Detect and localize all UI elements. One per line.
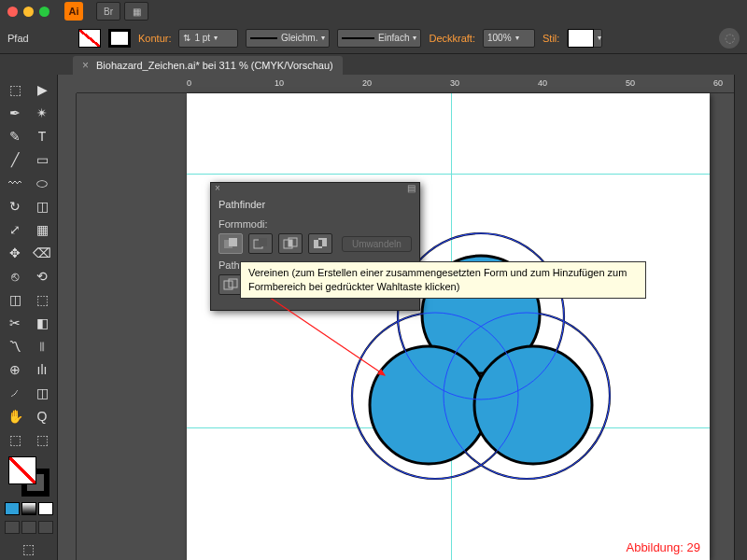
none-button[interactable]: [38, 502, 53, 515]
tool-button-31[interactable]: ⬚: [29, 428, 55, 451]
tool-button-24[interactable]: ⊕: [2, 358, 28, 381]
fill-stroke-control[interactable]: [8, 456, 49, 497]
gradient-button[interactable]: [21, 502, 36, 515]
tool-button-5[interactable]: T: [29, 125, 55, 147]
shape-modes-label: Formmodi:: [218, 218, 412, 230]
draw-inside-button[interactable]: [38, 521, 53, 534]
color-mode-row: [5, 502, 53, 515]
ruler-tick: 0: [187, 78, 191, 88]
minimize-window-button[interactable]: [23, 7, 34, 17]
tool-button-22[interactable]: 〽: [2, 335, 28, 357]
pathfinder-unite-button[interactable]: [218, 233, 243, 254]
tool-button-10[interactable]: ↻: [2, 195, 28, 217]
tool-button-17[interactable]: ⟲: [29, 265, 55, 287]
style-dropdown[interactable]: ▾: [567, 29, 602, 48]
ruler-tick: 20: [362, 78, 372, 88]
tool-button-23[interactable]: ⫴: [29, 335, 55, 357]
panel-close-icon[interactable]: ×: [215, 183, 220, 196]
tool-button-19[interactable]: ⬚: [29, 288, 55, 311]
tool-button-20[interactable]: ✂: [2, 312, 28, 334]
canvas-area[interactable]: 0102030405060: [58, 75, 734, 560]
screen-mode-button[interactable]: ⬚: [3, 538, 55, 560]
arrange-button[interactable]: ▦: [124, 2, 148, 21]
tool-button-9[interactable]: ⬭: [29, 172, 55, 194]
tool-button-18[interactable]: ◫: [2, 288, 28, 311]
app-logo: Ai: [64, 2, 83, 21]
figure-caption: Abbildung: 29: [626, 540, 700, 554]
ruler-tick: 30: [450, 78, 459, 88]
tool-button-4[interactable]: ✎: [2, 125, 28, 147]
control-bar: Pfad Kontur: ⇅1 pt▾ Gleichm.▾ Einfach▾ D…: [0, 22, 747, 54]
draw-behind-button[interactable]: [21, 521, 36, 534]
fill-swatch[interactable]: [78, 29, 101, 48]
close-window-button[interactable]: [7, 7, 18, 17]
stroke-profile-dropdown[interactable]: Gleichm.▾: [246, 29, 330, 48]
tool-button-12[interactable]: ⤢: [2, 218, 28, 241]
document-tab[interactable]: × Biohazard_Zeichen.ai* bei 311 % (CMYK/…: [73, 56, 343, 75]
ruler-tick: 10: [275, 78, 284, 88]
close-tab-icon[interactable]: ×: [82, 59, 89, 72]
tool-button-0[interactable]: ⬚: [2, 78, 28, 101]
tool-button-16[interactable]: ⎋: [2, 265, 28, 287]
tool-button-28[interactable]: ✋: [2, 405, 28, 427]
svg-rect-11: [229, 238, 237, 246]
tool-button-30[interactable]: ⬚: [2, 428, 28, 451]
tool-button-26[interactable]: ⟋: [2, 382, 28, 404]
collapsed-panels[interactable]: [734, 75, 747, 560]
opacity-label: Deckkraft:: [429, 33, 475, 44]
tool-button-6[interactable]: ╱: [2, 148, 28, 171]
bridge-button[interactable]: Br: [96, 2, 120, 21]
tool-button-15[interactable]: ⌫: [29, 242, 55, 264]
title-bar: Ai Br ▦: [0, 0, 747, 22]
svg-point-5: [474, 346, 592, 464]
tool-button-21[interactable]: ◧: [29, 312, 55, 334]
tool-button-1[interactable]: ▶: [29, 78, 55, 101]
tool-button-29[interactable]: Q: [29, 405, 55, 427]
svg-rect-13: [259, 238, 267, 246]
tool-button-11[interactable]: ◫: [29, 195, 55, 217]
sync-status-icon[interactable]: ◌: [719, 28, 740, 49]
tool-button-2[interactable]: ✒: [2, 102, 28, 124]
pathfinder-exclude-button[interactable]: [308, 233, 332, 254]
tool-button-27[interactable]: ◫: [29, 382, 55, 404]
pathfinder-intersect-button[interactable]: [278, 233, 303, 254]
guide-horizontal[interactable]: [187, 174, 710, 175]
maximize-window-button[interactable]: [39, 7, 49, 17]
document-tab-label: Biohazard_Zeichen.ai* bei 311 % (CMYK/Vo…: [96, 60, 333, 71]
pathfinder-minus-front-button[interactable]: [248, 233, 273, 254]
ruler-tick: 60: [713, 78, 723, 88]
selection-type-label: Pfad: [7, 33, 71, 44]
svg-point-4: [370, 346, 487, 464]
tool-button-25[interactable]: ılı: [29, 358, 55, 381]
artboard[interactable]: Abbildung: 29: [187, 93, 710, 560]
draw-mode-row: [5, 521, 53, 534]
stroke-brush-dropdown[interactable]: Einfach▾: [337, 29, 421, 48]
window-controls: [7, 7, 49, 17]
panel-title[interactable]: Pathfinder: [211, 196, 273, 213]
solid-color-button[interactable]: [5, 502, 20, 515]
document-tab-bar: × Biohazard_Zeichen.ai* bei 311 % (CMYK/…: [0, 54, 747, 75]
tool-button-14[interactable]: ✥: [2, 242, 28, 264]
panel-menu-icon[interactable]: ▤: [407, 183, 416, 196]
opacity-dropdown[interactable]: 100%▾: [483, 29, 535, 48]
stroke-swatch[interactable]: [108, 29, 131, 48]
stroke-weight-dropdown[interactable]: ⇅1 pt▾: [178, 29, 238, 48]
tooltip: Vereinen (zum Erstellen einer zusammenge…: [240, 261, 646, 299]
tool-button-13[interactable]: ▦: [29, 218, 55, 241]
horizontal-ruler: 0102030405060: [77, 75, 734, 93]
fill-color-swatch[interactable]: [8, 456, 36, 484]
expand-button[interactable]: Umwandeln: [342, 236, 412, 252]
tools-panel: ⬚▶✒✴✎T╱▭〰⬭↻◫⤢▦✥⌫⎋⟲◫⬚✂◧〽⫴⊕ılı⟋◫✋Q⬚⬚ ⬚: [0, 75, 58, 560]
svg-rect-16: [289, 240, 292, 246]
tool-button-7[interactable]: ▭: [29, 148, 55, 171]
ruler-tick: 50: [626, 78, 635, 88]
vertical-ruler: [58, 93, 77, 560]
stroke-label: Kontur:: [138, 33, 171, 44]
draw-normal-button[interactable]: [5, 521, 20, 534]
svg-rect-19: [318, 240, 322, 246]
style-label: Stil:: [543, 33, 559, 44]
ruler-tick: 40: [538, 78, 547, 88]
tool-button-8[interactable]: 〰: [2, 172, 28, 194]
tool-button-3[interactable]: ✴: [29, 102, 55, 124]
